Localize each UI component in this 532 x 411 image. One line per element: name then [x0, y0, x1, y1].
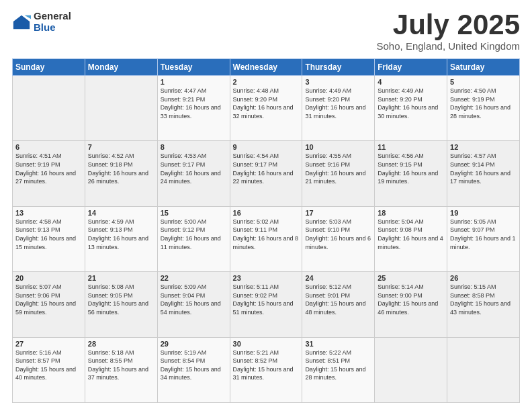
- day-number: 19: [450, 209, 517, 217]
- day-number: 2: [233, 78, 300, 86]
- calendar-cell: 30Sunrise: 5:21 AM Sunset: 8:52 PM Dayli…: [230, 337, 302, 402]
- day-number: 17: [305, 209, 371, 217]
- day-info: Sunrise: 5:00 AM Sunset: 9:12 PM Dayligh…: [161, 218, 227, 251]
- calendar-cell: [85, 76, 157, 141]
- day-number: 11: [378, 143, 444, 151]
- subtitle: Soho, England, United Kingdom: [377, 40, 520, 52]
- day-number: 23: [233, 274, 300, 282]
- day-number: 29: [161, 340, 227, 348]
- day-info: Sunrise: 5:11 AM Sunset: 9:02 PM Dayligh…: [233, 283, 300, 316]
- calendar-week-row: 13Sunrise: 4:58 AM Sunset: 9:13 PM Dayli…: [13, 206, 520, 271]
- header: General Blue July 2025 Soho, England, Un…: [12, 11, 520, 52]
- calendar-cell: 28Sunrise: 5:18 AM Sunset: 8:55 PM Dayli…: [85, 337, 157, 402]
- day-info: Sunrise: 4:52 AM Sunset: 9:18 PM Dayligh…: [88, 152, 154, 185]
- day-info: Sunrise: 4:49 AM Sunset: 9:20 PM Dayligh…: [305, 87, 371, 120]
- calendar-cell: [13, 76, 85, 141]
- day-number: 31: [305, 340, 371, 348]
- day-number: 14: [88, 209, 154, 217]
- day-info: Sunrise: 4:48 AM Sunset: 9:20 PM Dayligh…: [233, 87, 300, 120]
- day-info: Sunrise: 5:04 AM Sunset: 9:08 PM Dayligh…: [378, 218, 444, 251]
- page: General Blue July 2025 Soho, England, Un…: [0, 0, 532, 411]
- title-area: July 2025 Soho, England, United Kingdom: [377, 11, 520, 52]
- main-title: July 2025: [377, 11, 520, 39]
- calendar-cell: 26Sunrise: 5:15 AM Sunset: 8:58 PM Dayli…: [447, 272, 520, 337]
- logo-text: General Blue: [34, 11, 71, 33]
- day-info: Sunrise: 4:47 AM Sunset: 9:21 PM Dayligh…: [161, 87, 227, 120]
- day-number: 18: [378, 209, 444, 217]
- calendar-week-row: 20Sunrise: 5:07 AM Sunset: 9:06 PM Dayli…: [13, 272, 520, 337]
- calendar-cell: 19Sunrise: 5:05 AM Sunset: 9:07 PM Dayli…: [447, 206, 520, 271]
- day-number: 27: [15, 340, 82, 348]
- day-number: 3: [305, 78, 371, 86]
- calendar-cell: 10Sunrise: 4:55 AM Sunset: 9:16 PM Dayli…: [302, 141, 375, 206]
- calendar-cell: 18Sunrise: 5:04 AM Sunset: 9:08 PM Dayli…: [375, 206, 447, 271]
- calendar-table: SundayMondayTuesdayWednesdayThursdayFrid…: [12, 58, 520, 403]
- calendar-cell: 31Sunrise: 5:22 AM Sunset: 8:51 PM Dayli…: [302, 337, 375, 402]
- calendar-cell: 16Sunrise: 5:02 AM Sunset: 9:11 PM Dayli…: [230, 206, 302, 271]
- svg-marker-0: [13, 15, 30, 29]
- day-info: Sunrise: 4:55 AM Sunset: 9:16 PM Dayligh…: [305, 152, 371, 185]
- calendar-cell: 9Sunrise: 4:54 AM Sunset: 9:17 PM Daylig…: [230, 141, 302, 206]
- day-number: 1: [161, 78, 227, 86]
- day-number: 9: [233, 143, 300, 151]
- day-info: Sunrise: 5:21 AM Sunset: 8:52 PM Dayligh…: [233, 349, 300, 382]
- day-info: Sunrise: 5:16 AM Sunset: 8:57 PM Dayligh…: [15, 349, 82, 382]
- day-info: Sunrise: 4:50 AM Sunset: 9:19 PM Dayligh…: [450, 87, 517, 120]
- calendar-cell: 22Sunrise: 5:09 AM Sunset: 9:04 PM Dayli…: [157, 272, 230, 337]
- calendar-week-row: 6Sunrise: 4:51 AM Sunset: 9:19 PM Daylig…: [13, 141, 520, 206]
- calendar-cell: 13Sunrise: 4:58 AM Sunset: 9:13 PM Dayli…: [13, 206, 85, 271]
- calendar-cell: [447, 337, 520, 402]
- calendar-week-row: 1Sunrise: 4:47 AM Sunset: 9:21 PM Daylig…: [13, 76, 520, 141]
- day-number: 8: [161, 143, 227, 151]
- logo: General Blue: [12, 11, 71, 33]
- day-info: Sunrise: 5:02 AM Sunset: 9:11 PM Dayligh…: [233, 218, 300, 251]
- day-info: Sunrise: 4:54 AM Sunset: 9:17 PM Dayligh…: [233, 152, 300, 185]
- calendar-cell: 17Sunrise: 5:03 AM Sunset: 9:10 PM Dayli…: [302, 206, 375, 271]
- calendar-cell: 15Sunrise: 5:00 AM Sunset: 9:12 PM Dayli…: [157, 206, 230, 271]
- day-info: Sunrise: 5:09 AM Sunset: 9:04 PM Dayligh…: [161, 283, 227, 316]
- day-info: Sunrise: 5:05 AM Sunset: 9:07 PM Dayligh…: [450, 218, 517, 251]
- calendar-cell: 1Sunrise: 4:47 AM Sunset: 9:21 PM Daylig…: [157, 76, 230, 141]
- calendar-week-row: 27Sunrise: 5:16 AM Sunset: 8:57 PM Dayli…: [13, 337, 520, 402]
- day-info: Sunrise: 4:51 AM Sunset: 9:19 PM Dayligh…: [15, 152, 82, 185]
- day-number: 20: [15, 274, 82, 282]
- day-number: 6: [15, 143, 82, 151]
- day-info: Sunrise: 5:22 AM Sunset: 8:51 PM Dayligh…: [305, 349, 371, 382]
- day-header-tuesday: Tuesday: [157, 59, 230, 76]
- day-info: Sunrise: 5:07 AM Sunset: 9:06 PM Dayligh…: [15, 283, 82, 316]
- day-number: 13: [15, 209, 82, 217]
- calendar-cell: 25Sunrise: 5:14 AM Sunset: 9:00 PM Dayli…: [375, 272, 447, 337]
- day-info: Sunrise: 4:58 AM Sunset: 9:13 PM Dayligh…: [15, 218, 82, 251]
- day-info: Sunrise: 5:12 AM Sunset: 9:01 PM Dayligh…: [305, 283, 371, 316]
- day-header-monday: Monday: [85, 59, 157, 76]
- calendar-cell: 11Sunrise: 4:56 AM Sunset: 9:15 PM Dayli…: [375, 141, 447, 206]
- day-number: 21: [88, 274, 154, 282]
- day-info: Sunrise: 4:59 AM Sunset: 9:13 PM Dayligh…: [88, 218, 154, 251]
- calendar-cell: 4Sunrise: 4:49 AM Sunset: 9:20 PM Daylig…: [375, 76, 447, 141]
- calendar-header-row: SundayMondayTuesdayWednesdayThursdayFrid…: [13, 59, 520, 76]
- day-number: 28: [88, 340, 154, 348]
- day-info: Sunrise: 4:57 AM Sunset: 9:14 PM Dayligh…: [450, 152, 517, 185]
- calendar-cell: 8Sunrise: 4:53 AM Sunset: 9:17 PM Daylig…: [157, 141, 230, 206]
- day-header-thursday: Thursday: [302, 59, 375, 76]
- calendar-cell: 27Sunrise: 5:16 AM Sunset: 8:57 PM Dayli…: [13, 337, 85, 402]
- day-info: Sunrise: 5:08 AM Sunset: 9:05 PM Dayligh…: [88, 283, 154, 316]
- day-info: Sunrise: 5:14 AM Sunset: 9:00 PM Dayligh…: [378, 283, 444, 316]
- calendar-cell: 2Sunrise: 4:48 AM Sunset: 9:20 PM Daylig…: [230, 76, 302, 141]
- day-number: 12: [450, 143, 517, 151]
- day-number: 4: [378, 78, 444, 86]
- calendar-cell: 12Sunrise: 4:57 AM Sunset: 9:14 PM Dayli…: [447, 141, 520, 206]
- calendar-cell: 24Sunrise: 5:12 AM Sunset: 9:01 PM Dayli…: [302, 272, 375, 337]
- day-info: Sunrise: 4:49 AM Sunset: 9:20 PM Dayligh…: [378, 87, 444, 120]
- day-info: Sunrise: 5:19 AM Sunset: 8:54 PM Dayligh…: [161, 349, 227, 382]
- day-number: 15: [161, 209, 227, 217]
- day-info: Sunrise: 4:56 AM Sunset: 9:15 PM Dayligh…: [378, 152, 444, 185]
- day-number: 30: [233, 340, 300, 348]
- calendar-cell: 5Sunrise: 4:50 AM Sunset: 9:19 PM Daylig…: [447, 76, 520, 141]
- day-number: 25: [378, 274, 444, 282]
- logo-blue: Blue: [34, 22, 71, 34]
- calendar-cell: 7Sunrise: 4:52 AM Sunset: 9:18 PM Daylig…: [85, 141, 157, 206]
- calendar-cell: 14Sunrise: 4:59 AM Sunset: 9:13 PM Dayli…: [85, 206, 157, 271]
- day-number: 22: [161, 274, 227, 282]
- logo-icon: [12, 13, 31, 32]
